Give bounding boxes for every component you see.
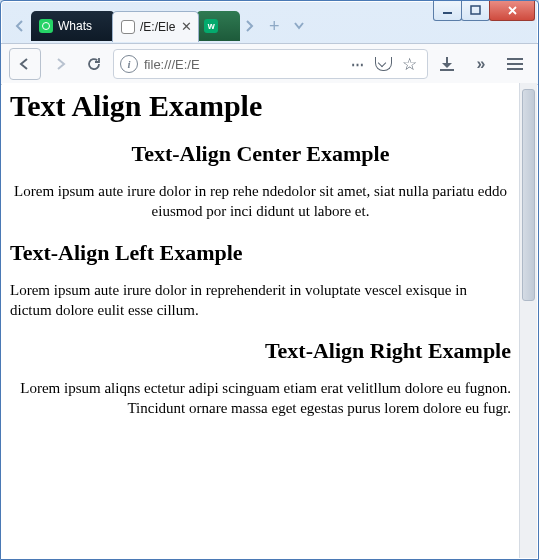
tab-scroll-left[interactable] xyxy=(7,13,31,39)
heading-center: Text-Align Center Example xyxy=(10,141,511,167)
paragraph-right: Lorem ipsum aliqns ectetur adipi scingua… xyxy=(10,378,511,419)
window-titlebar: Whats /E:/Ele ✕ w + xyxy=(1,1,538,43)
paragraph-center: Lorem ipsum aute irure dolor in rep rehe… xyxy=(10,181,511,222)
close-tab-icon[interactable]: ✕ xyxy=(181,20,192,33)
tab-strip: Whats /E:/Ele ✕ w + xyxy=(1,9,538,43)
page-title: Text Align Example xyxy=(10,89,511,123)
hamburger-icon xyxy=(507,58,523,70)
tab-label: /E:/Ele xyxy=(140,20,175,34)
page-viewport: Text Align Example Text-Align Center Exa… xyxy=(2,83,537,558)
address-bar-actions: ⋯ ☆ xyxy=(351,54,421,75)
tab-scroll-right[interactable] xyxy=(237,13,261,39)
page-content: Text Align Example Text-Align Center Exa… xyxy=(2,83,519,558)
bookmark-star-icon[interactable]: ☆ xyxy=(402,54,417,75)
tab-w3[interactable]: w xyxy=(196,11,240,41)
pocket-icon[interactable] xyxy=(375,57,392,71)
paragraph-left: Lorem ipsum aute irure dolor in reprehen… xyxy=(10,280,511,321)
file-icon xyxy=(121,20,135,34)
toolbar-overflow-button[interactable]: » xyxy=(466,49,496,79)
new-tab-button[interactable]: + xyxy=(261,13,287,39)
heading-right: Text-Align Right Example xyxy=(10,338,511,364)
downloads-button[interactable] xyxy=(432,49,462,79)
tab-current-file[interactable]: /E:/Ele ✕ xyxy=(112,11,199,42)
heading-left: Text-Align Left Example xyxy=(10,240,511,266)
w3-icon: w xyxy=(204,19,218,33)
navigation-toolbar: i file:///E:/E ⋯ ☆ » xyxy=(1,43,538,85)
app-menu-button[interactable] xyxy=(500,49,530,79)
forward-button[interactable] xyxy=(45,49,75,79)
page-actions-icon[interactable]: ⋯ xyxy=(351,57,365,72)
tab-dropdown[interactable] xyxy=(287,13,311,39)
browser-window: Whats /E:/Ele ✕ w + xyxy=(0,0,539,560)
whatsapp-icon xyxy=(39,19,53,33)
tab-whatsapp[interactable]: Whats xyxy=(31,11,115,41)
vertical-scrollbar[interactable] xyxy=(519,83,537,558)
reload-button[interactable] xyxy=(79,49,109,79)
scrollbar-thumb[interactable] xyxy=(522,89,535,301)
download-icon xyxy=(440,57,454,71)
back-button[interactable] xyxy=(9,48,41,80)
address-bar[interactable]: i file:///E:/E ⋯ ☆ xyxy=(113,49,428,79)
site-info-icon[interactable]: i xyxy=(120,55,138,73)
tab-label: Whats xyxy=(58,19,92,33)
url-text: file:///E:/E xyxy=(144,57,200,72)
